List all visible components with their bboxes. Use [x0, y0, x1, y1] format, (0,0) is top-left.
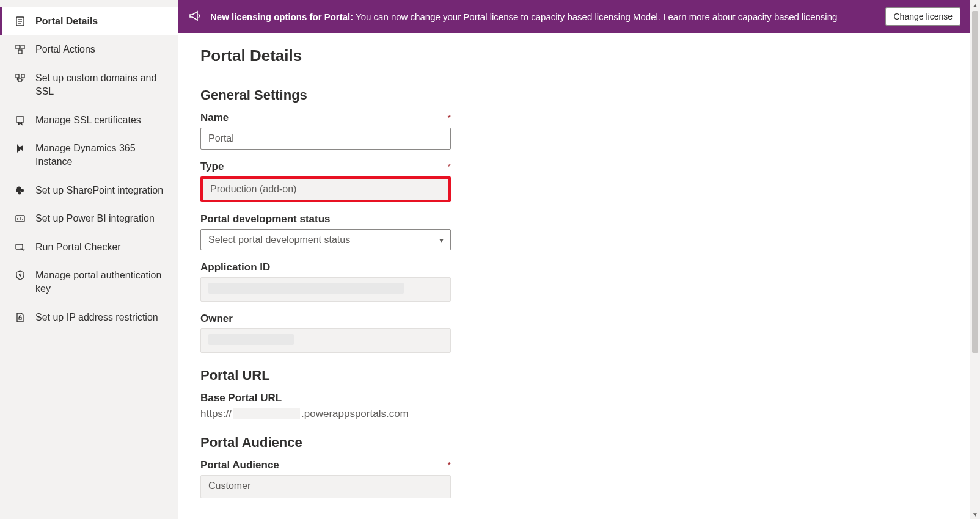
scroll-thumb[interactable] — [972, 11, 978, 353]
svg-rect-14 — [16, 117, 24, 122]
sidebar-item-ip-restriction[interactable]: Set up IP address restriction — [0, 303, 178, 332]
dynamics-icon — [13, 142, 27, 155]
redacted-content — [208, 283, 404, 294]
certificate-icon — [13, 114, 27, 127]
scroll-down-icon[interactable]: ▼ — [970, 509, 980, 519]
sidebar-item-portal-checker[interactable]: Run Portal Checker — [0, 233, 178, 261]
scroll-up-icon[interactable]: ▲ — [970, 0, 980, 10]
checker-icon — [13, 241, 27, 254]
status-label: Portal development status — [200, 213, 331, 225]
sidebar-item-sharepoint[interactable]: Set up SharePoint integration — [0, 176, 178, 205]
sidebar-item-label: Run Portal Checker — [35, 241, 172, 254]
sidebar-item-label: Portal Actions — [35, 43, 172, 56]
banner-link[interactable]: Learn more about capacity based licensin… — [663, 12, 837, 22]
base-url-label: Base Portal URL — [200, 392, 282, 404]
sidebar-item-custom-domains[interactable]: Set up custom domains and SSL — [0, 64, 178, 106]
chart-icon — [13, 212, 27, 225]
sidebar: Portal Details Portal Actions Set up cus… — [0, 0, 178, 519]
licensing-banner: New licensing options for Portal: You ca… — [178, 0, 970, 33]
required-indicator: * — [448, 162, 451, 172]
banner-body: You can now change your Portal license t… — [356, 12, 660, 22]
sidebar-item-powerbi[interactable]: Set up Power BI integration — [0, 205, 178, 233]
sharepoint-icon — [13, 184, 27, 197]
name-field-group: Name * — [200, 112, 451, 150]
name-input[interactable] — [200, 128, 451, 150]
appid-field-group: Application ID — [200, 261, 451, 302]
sidebar-item-portal-actions[interactable]: Portal Actions — [0, 35, 178, 64]
svg-rect-26 — [19, 318, 21, 319]
general-settings-heading: General Settings — [200, 87, 948, 103]
globe-icon — [13, 71, 27, 85]
required-indicator: * — [448, 113, 451, 123]
svg-rect-4 — [16, 45, 20, 49]
sidebar-item-auth-key[interactable]: Manage portal authentication key — [0, 261, 178, 303]
megaphone-icon — [188, 9, 202, 24]
change-license-button[interactable]: Change license — [885, 7, 960, 26]
content-area: Portal Details General Settings Name * T… — [178, 33, 970, 519]
status-select[interactable]: Select portal development status — [200, 229, 451, 250]
base-url-group: Base Portal URL https:// .powerappsporta… — [200, 392, 451, 420]
svg-rect-5 — [21, 45, 24, 49]
type-value: Production (add-on) — [200, 176, 451, 202]
audience-value: Customer — [200, 475, 451, 498]
banner-text: New licensing options for Portal: You ca… — [210, 12, 885, 22]
svg-rect-7 — [16, 74, 19, 78]
portal-url-heading: Portal URL — [200, 368, 948, 383]
svg-rect-9 — [18, 79, 21, 82]
sidebar-item-label: Set up IP address restriction — [35, 311, 172, 324]
sidebar-item-ssl-certificates[interactable]: Manage SSL certificates — [0, 106, 178, 134]
svg-rect-8 — [21, 74, 24, 78]
svg-rect-18 — [16, 189, 20, 192]
sidebar-item-label: Set up SharePoint integration — [35, 184, 172, 197]
owner-field-group: Owner — [200, 313, 451, 353]
url-prefix: https:// — [200, 408, 232, 420]
appid-value — [200, 277, 451, 302]
base-url-value: https:// .powerappsportals.com — [200, 408, 451, 420]
required-indicator: * — [448, 460, 451, 470]
lock-file-icon — [13, 311, 27, 324]
appid-label: Application ID — [200, 261, 270, 274]
redacted-content — [208, 334, 294, 345]
sidebar-item-label: Set up custom domains and SSL — [35, 71, 172, 99]
shield-icon — [13, 269, 27, 282]
owner-value — [200, 328, 451, 353]
svg-rect-6 — [18, 50, 22, 54]
page-title: Portal Details — [200, 46, 948, 65]
sidebar-item-label: Set up Power BI integration — [35, 212, 172, 225]
status-field-group: Portal development status Select portal … — [200, 213, 451, 250]
audience-field-group: Portal Audience * Customer — [200, 459, 451, 498]
redacted-content — [233, 408, 300, 419]
document-icon — [13, 15, 27, 28]
portal-audience-heading: Portal Audience — [200, 435, 948, 451]
sidebar-item-label: Manage portal authentication key — [35, 269, 172, 296]
name-label: Name — [200, 112, 229, 124]
sidebar-item-label: Manage Dynamics 365 Instance — [35, 142, 172, 169]
banner-bold: New licensing options for Portal: — [210, 12, 353, 22]
type-label: Type — [200, 161, 224, 173]
scrollbar[interactable]: ▲ ▼ — [970, 0, 980, 519]
sidebar-item-label: Manage SSL certificates — [35, 114, 172, 127]
svg-point-16 — [20, 189, 24, 192]
sidebar-item-dynamics-instance[interactable]: Manage Dynamics 365 Instance — [0, 134, 178, 176]
owner-label: Owner — [200, 313, 233, 325]
actions-icon — [13, 43, 27, 56]
sidebar-item-label: Portal Details — [35, 15, 172, 28]
type-field-group: Type * Production (add-on) — [200, 161, 451, 202]
svg-point-24 — [20, 274, 21, 275]
url-suffix: .powerappsportals.com — [301, 408, 409, 420]
sidebar-item-portal-details[interactable]: Portal Details — [0, 7, 178, 35]
audience-label: Portal Audience — [200, 459, 279, 471]
